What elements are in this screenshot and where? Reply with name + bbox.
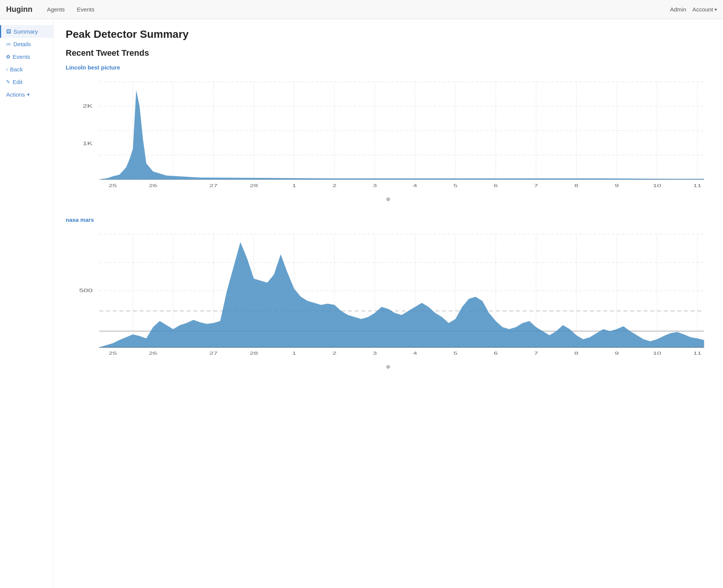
svg-text:1: 1 <box>292 183 296 187</box>
svg-marker-22 <box>99 90 704 180</box>
details-icon: ≔ <box>6 41 11 47</box>
svg-text:6: 6 <box>494 351 498 355</box>
svg-text:2: 2 <box>332 351 337 355</box>
chart-svg-nasa: 500 <box>66 226 711 363</box>
svg-text:25: 25 <box>108 183 117 187</box>
svg-text:4: 4 <box>413 351 417 355</box>
admin-label: Admin <box>670 6 686 13</box>
sidebar-label-events: Events <box>13 53 30 60</box>
sidebar-label-back: Back <box>10 66 23 73</box>
svg-text:11: 11 <box>693 351 702 355</box>
sidebar-label-details: Details <box>13 41 31 47</box>
events-icon: ✿ <box>6 54 10 60</box>
nav-agents[interactable]: Agents <box>42 4 70 15</box>
svg-text:6: 6 <box>494 183 498 187</box>
sidebar-item-details[interactable]: ≔ Details <box>0 38 53 50</box>
sidebar-item-back[interactable]: ‹ Back <box>0 63 53 76</box>
nav-events[interactable]: Events <box>72 4 100 15</box>
chart-label-nasa[interactable]: nasa mars <box>66 216 711 223</box>
svg-text:500: 500 <box>79 288 93 293</box>
navbar-right: Admin Account <box>670 6 717 13</box>
svg-text:28: 28 <box>250 351 258 355</box>
scroll-indicator-nasa <box>66 365 711 369</box>
back-icon: ‹ <box>6 66 8 72</box>
svg-text:1: 1 <box>292 351 296 355</box>
nav-links: Agents Events <box>42 4 670 15</box>
svg-text:10: 10 <box>653 351 661 355</box>
summary-icon: 🖼 <box>6 29 11 34</box>
chart-section-nasa: nasa mars 500 <box>66 216 711 369</box>
svg-text:9: 9 <box>615 351 619 355</box>
sidebar-label-edit: Edit <box>13 79 23 85</box>
scroll-indicator-lincoln <box>66 197 711 201</box>
svg-text:10: 10 <box>653 183 661 187</box>
sidebar-label-actions: Actions <box>6 91 25 98</box>
svg-text:26: 26 <box>149 183 157 187</box>
sidebar-item-events[interactable]: ✿ Events <box>0 50 53 63</box>
svg-text:28: 28 <box>250 183 258 187</box>
sidebar-label-summary: Summary <box>13 28 38 35</box>
page-title: Peak Detector Summary <box>66 28 711 40</box>
svg-text:4: 4 <box>413 183 417 187</box>
svg-text:11: 11 <box>693 183 702 187</box>
svg-text:9: 9 <box>615 183 619 187</box>
sidebar-item-edit[interactable]: ✎ Edit <box>0 76 53 88</box>
svg-text:7: 7 <box>534 183 538 187</box>
sidebar: 🖼 Summary ≔ Details ✿ Events ‹ Back ✎ Ed… <box>0 19 53 588</box>
svg-text:5: 5 <box>453 183 458 187</box>
section-title: Recent Tweet Trends <box>66 48 711 58</box>
chart-label-lincoln[interactable]: Lincoln best picture <box>66 64 711 71</box>
chart-container-nasa: 500 <box>66 226 711 363</box>
svg-text:8: 8 <box>575 183 579 187</box>
svg-text:7: 7 <box>534 351 538 355</box>
layout: 🖼 Summary ≔ Details ✿ Events ‹ Back ✎ Ed… <box>0 19 723 588</box>
actions-dropdown-icon: ▾ <box>27 92 30 97</box>
account-menu[interactable]: Account <box>692 6 717 13</box>
svg-text:8: 8 <box>575 351 579 355</box>
sidebar-item-summary[interactable]: 🖼 Summary <box>0 25 53 38</box>
sidebar-item-actions[interactable]: Actions ▾ <box>0 88 53 101</box>
svg-text:27: 27 <box>210 351 218 355</box>
navbar: Huginn Agents Events Admin Account <box>0 0 723 19</box>
chart-container-lincoln: 2K 1K <box>66 74 711 196</box>
svg-marker-60 <box>99 242 704 347</box>
chart-section-lincoln: Lincoln best picture 2K 1K <box>66 64 711 201</box>
svg-text:2: 2 <box>332 183 337 187</box>
chart-svg-lincoln: 2K 1K <box>66 74 711 196</box>
svg-text:26: 26 <box>149 351 157 355</box>
brand-logo[interactable]: Huginn <box>6 5 32 14</box>
main-content: Peak Detector Summary Recent Tweet Trend… <box>53 19 723 588</box>
svg-text:5: 5 <box>453 351 458 355</box>
svg-text:25: 25 <box>108 351 117 355</box>
edit-icon: ✎ <box>6 79 10 85</box>
svg-text:2K: 2K <box>83 103 93 109</box>
svg-text:1K: 1K <box>83 141 93 146</box>
svg-text:27: 27 <box>210 183 218 187</box>
svg-text:3: 3 <box>373 351 377 355</box>
svg-text:3: 3 <box>373 183 377 187</box>
